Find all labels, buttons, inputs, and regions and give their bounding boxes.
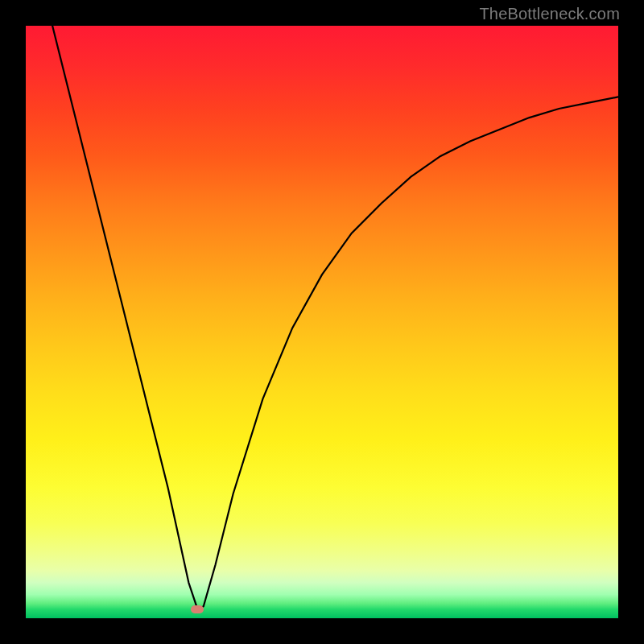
plot-area xyxy=(26,26,618,618)
chart-frame: TheBottleneck.com xyxy=(0,0,644,644)
optimum-marker xyxy=(191,605,204,613)
watermark-text: TheBottleneck.com xyxy=(479,5,620,23)
bottleneck-curve xyxy=(52,26,618,609)
curve-svg xyxy=(26,26,618,618)
